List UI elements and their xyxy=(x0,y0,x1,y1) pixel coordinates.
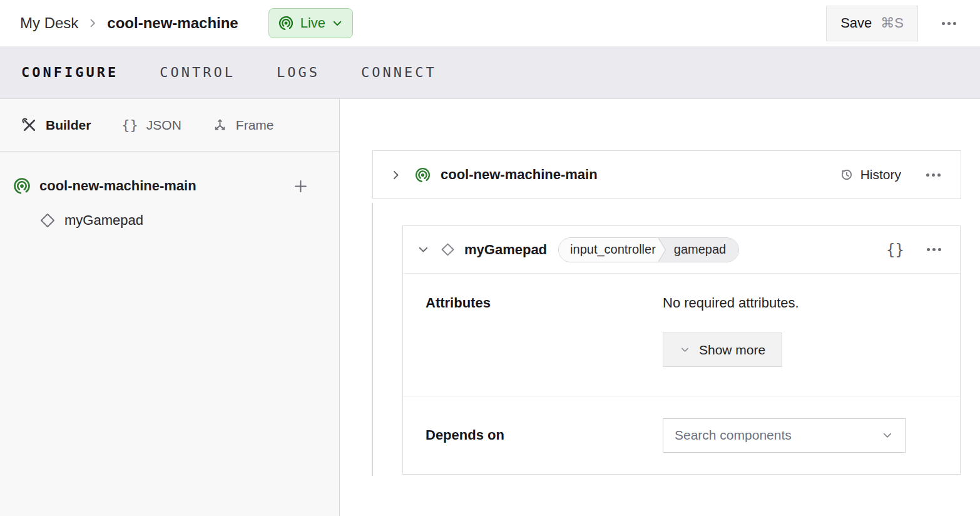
view-tab-json[interactable]: {} JSON xyxy=(121,117,181,133)
component-card-title: myGamepad xyxy=(464,242,547,258)
machine-part-icon xyxy=(414,167,431,183)
attributes-section: Attributes No required attributes. Show … xyxy=(403,274,960,396)
view-tab-builder[interactable]: Builder xyxy=(21,117,91,133)
attributes-body: No required attributes. Show more xyxy=(663,295,799,396)
frame-axes-icon xyxy=(212,117,228,133)
chevron-right-icon xyxy=(86,17,99,29)
tab-control[interactable]: CONTROL xyxy=(160,64,235,80)
braces-icon: {} xyxy=(121,117,138,133)
overflow-menu-button[interactable] xyxy=(938,18,960,29)
chevron-down-icon xyxy=(881,429,894,441)
top-bar: My Desk cool-new-machine Live Save xyxy=(0,0,980,46)
config-sidebar: Builder {} JSON Frame xyxy=(0,99,340,516)
save-button[interactable]: Save ⌘S xyxy=(826,6,918,41)
search-components-input[interactable] xyxy=(675,428,881,443)
breadcrumb-parent-link[interactable]: My Desk xyxy=(20,14,78,32)
tab-configure[interactable]: CONFIGURE xyxy=(21,64,118,80)
view-tab-label: Builder xyxy=(46,118,91,133)
tree-component-name: myGamepad xyxy=(64,212,143,229)
tree-part-name: cool-new-machine-main xyxy=(39,178,197,194)
history-button[interactable]: History xyxy=(839,167,901,182)
attributes-label: Attributes xyxy=(426,295,663,396)
machine-nav-tabs: CONFIGURE CONTROL LOGS CONNECT xyxy=(0,46,980,99)
tree-item-machine-part[interactable]: cool-new-machine-main xyxy=(13,172,327,200)
component-model: gamepad xyxy=(668,238,738,262)
component-card: myGamepad input_controller gamepad {} At… xyxy=(402,225,961,475)
badge-chevron-separator xyxy=(658,238,668,262)
save-shortcut-hint: ⌘S xyxy=(880,15,904,31)
component-diamond-icon xyxy=(39,212,56,229)
card-connector-line xyxy=(372,203,373,476)
show-more-label: Show more xyxy=(699,343,765,358)
machine-part-card: cool-new-machine-main History xyxy=(372,150,961,199)
chevron-down-icon xyxy=(332,18,343,29)
component-tree: cool-new-machine-main myGamepad xyxy=(0,152,339,234)
component-menu-button[interactable] xyxy=(923,244,945,255)
part-card-title: cool-new-machine-main xyxy=(441,167,598,183)
save-button-label: Save xyxy=(840,15,872,31)
config-main-area: cool-new-machine-main History xyxy=(340,99,980,516)
edit-json-icon[interactable]: {} xyxy=(886,241,904,259)
view-tab-label: JSON xyxy=(146,118,181,133)
component-type-badge: input_controller gamepad xyxy=(558,237,739,262)
attributes-empty-text: No required attributes. xyxy=(663,295,799,311)
collapse-chevron-icon[interactable] xyxy=(417,243,430,256)
history-clock-icon xyxy=(839,167,854,182)
expand-chevron-icon[interactable] xyxy=(389,168,402,182)
machine-status-badge[interactable]: Live xyxy=(268,8,353,38)
view-tab-frame[interactable]: Frame xyxy=(212,117,274,133)
history-button-label: History xyxy=(860,167,901,182)
live-broadcast-icon xyxy=(278,15,294,31)
machine-part-icon xyxy=(13,177,31,195)
depends-on-label: Depends on xyxy=(426,427,663,443)
depends-on-select[interactable] xyxy=(663,418,906,453)
component-diamond-icon xyxy=(440,242,456,257)
view-tab-label: Frame xyxy=(236,118,274,133)
machine-name: cool-new-machine xyxy=(107,14,238,32)
tab-logs[interactable]: LOGS xyxy=(277,64,320,80)
component-card-header: myGamepad input_controller gamepad {} xyxy=(403,226,960,274)
part-card-menu-button[interactable] xyxy=(922,170,944,180)
config-view-tabs: Builder {} JSON Frame xyxy=(0,99,339,152)
tree-item-component[interactable]: myGamepad xyxy=(13,207,327,234)
add-component-button[interactable] xyxy=(292,178,309,195)
depends-on-section: Depends on xyxy=(403,396,960,474)
show-more-button[interactable]: Show more xyxy=(663,333,782,367)
top-bar-actions: Save ⌘S xyxy=(826,6,960,41)
tab-connect[interactable]: CONNECT xyxy=(361,64,437,80)
component-type: input_controller xyxy=(559,238,658,262)
builder-tools-icon xyxy=(21,117,38,133)
machine-config-page: My Desk cool-new-machine Live Save xyxy=(0,0,980,516)
status-badge-label: Live xyxy=(300,15,325,31)
chevron-down-icon xyxy=(680,344,690,355)
breadcrumb: My Desk cool-new-machine xyxy=(20,14,238,32)
